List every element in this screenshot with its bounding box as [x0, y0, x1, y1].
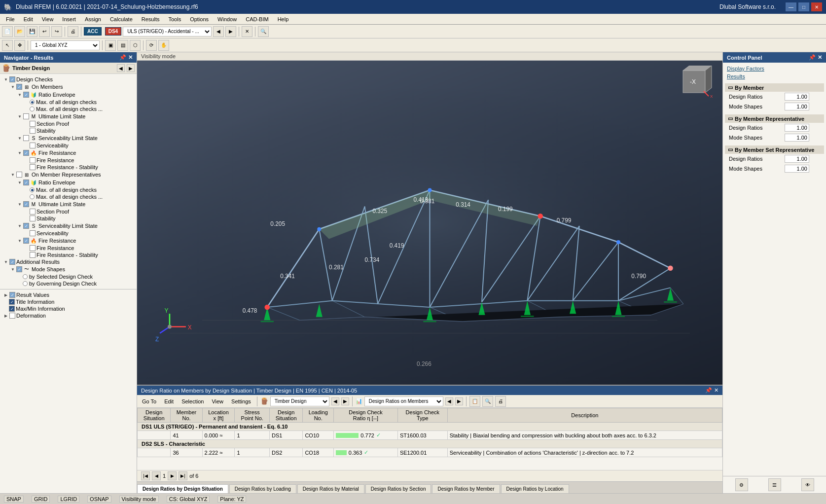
nav-item-9[interactable]: Serviceability: [0, 142, 137, 149]
edit-menu[interactable]: Edit: [161, 397, 177, 405]
next-page-button[interactable]: ▶: [168, 471, 177, 480]
menu-item-options[interactable]: Options: [186, 14, 213, 24]
status-item-snap[interactable]: SNAP: [4, 496, 24, 503]
select-button[interactable]: ↖: [2, 40, 13, 51]
cube-navigator[interactable]: -X X: [678, 66, 718, 105]
checkbox2-0[interactable]: ✓: [9, 292, 15, 298]
nav-item-0[interactable]: ▼✓Design Checks: [0, 76, 137, 83]
expand-icon-22[interactable]: ▼: [17, 238, 23, 244]
bottom-tab-2[interactable]: Design Ratios by Material: [297, 484, 364, 493]
checkbox2-3[interactable]: [9, 313, 15, 319]
nav-prev-button[interactable]: ◀: [117, 64, 125, 72]
checkbox-2[interactable]: ✓: [23, 92, 29, 98]
checkbox-6[interactable]: [30, 121, 36, 127]
nav-item-20[interactable]: ▼✓SServiceability Limit State: [0, 222, 137, 230]
checkbox-1[interactable]: ✓: [16, 84, 22, 90]
results-combo[interactable]: Design Ratios on Members: [364, 396, 443, 406]
checkbox-10[interactable]: ✓: [23, 150, 29, 156]
bottom-tab-5[interactable]: Design Ratios by Location: [501, 484, 569, 493]
results-link[interactable]: Results: [725, 72, 824, 80]
expand-icon-10[interactable]: ▼: [17, 150, 23, 156]
radio-15[interactable]: [30, 187, 35, 192]
checkbox2-2[interactable]: ✓: [9, 306, 15, 312]
bottom-close-icon[interactable]: ✕: [714, 387, 718, 394]
rotate-button[interactable]: ⟳: [146, 40, 157, 51]
prev-page-button[interactable]: ◀: [152, 471, 161, 480]
filter-button[interactable]: 🔍: [482, 396, 493, 407]
module-prev[interactable]: ◀: [331, 397, 339, 405]
nav-item-3[interactable]: Max. of all design checks: [0, 99, 137, 106]
nav-item-13[interactable]: ▼⊞On Member Representatives: [0, 171, 137, 179]
table-row-0[interactable]: 410.000 ≈1DS1CO10 0.772 ✓ ST1600.03Stabi…: [138, 431, 722, 440]
menu-item-edit[interactable]: Edit: [20, 14, 37, 24]
nav-item-7[interactable]: Stability: [0, 127, 137, 134]
display-factors-link[interactable]: Display Factors: [725, 65, 824, 72]
pan-button[interactable]: ✋: [158, 40, 169, 51]
module-combo[interactable]: Timber Design: [270, 396, 329, 406]
menu-item-results[interactable]: Results: [138, 14, 164, 24]
radio-4[interactable]: [30, 107, 35, 111]
checkbox-12[interactable]: [30, 164, 36, 170]
table-row-1[interactable]: 362.222 ≈1DS2CO18 0.363 ✓ SE1200.01Servi…: [138, 448, 722, 457]
cp-view-button[interactable]: 👁: [801, 478, 814, 491]
nav-item-21[interactable]: Serviceability: [0, 230, 137, 237]
checkbox-18[interactable]: [30, 209, 36, 215]
cp-close-icon[interactable]: ✕: [818, 54, 822, 61]
menu-item-cad-bim[interactable]: CAD-BIM: [242, 14, 272, 24]
next-case-button[interactable]: ▶: [225, 26, 236, 37]
cp-section-header-1[interactable]: ▭By Member Representative: [725, 114, 824, 123]
expand-icon-8[interactable]: ▼: [17, 135, 23, 141]
checkbox-7[interactable]: [30, 128, 36, 134]
checkbox-5[interactable]: [23, 113, 29, 119]
nav-item-27[interactable]: by Selected Design Check: [0, 273, 137, 280]
expand-icon-13[interactable]: ▼: [10, 172, 16, 178]
status-item-plane:-yz[interactable]: Plane: YZ: [217, 496, 246, 503]
status-item-cs:-global-xyz[interactable]: CS: Global XYZ: [167, 496, 210, 503]
checkbox-8[interactable]: [23, 135, 29, 141]
last-page-button[interactable]: ▶|: [179, 471, 187, 480]
cp-section-header-2[interactable]: ▭By Member Set Representative: [725, 145, 824, 154]
nav-item-28[interactable]: by Governing Design Check: [0, 280, 137, 287]
nav-item-22[interactable]: ▼✓🔥Fire Resistance: [0, 237, 137, 245]
nav-item-2[interactable]: ▼✓🔰Ratio Envelope: [0, 91, 137, 99]
checkbox-25[interactable]: ✓: [9, 259, 15, 265]
nav-item2-0[interactable]: ▶✓Result Values: [0, 291, 137, 298]
nav-item-4[interactable]: Max. of all design checks ...: [0, 106, 137, 112]
module-next[interactable]: ▶: [341, 397, 349, 405]
menu-item-view[interactable]: View: [38, 14, 58, 24]
cp-section-header-0[interactable]: ▭By Member: [725, 83, 824, 92]
expand-icon-17[interactable]: ▼: [17, 201, 23, 207]
bottom-table[interactable]: DesignSituation MemberNo. Locationx [ft]…: [137, 408, 722, 470]
checkbox-20[interactable]: ✓: [23, 223, 29, 229]
zoom-button[interactable]: 🔍: [258, 26, 269, 37]
nav-item-26[interactable]: ▼✓〜Mode Shapes: [0, 265, 137, 273]
radio-3[interactable]: [30, 100, 35, 105]
checkbox-26[interactable]: ✓: [16, 266, 22, 272]
cp-settings-button[interactable]: ⚙: [735, 478, 748, 491]
nav-item-16[interactable]: Max. of all design checks ...: [0, 193, 137, 200]
nav-item-11[interactable]: Fire Resistance: [0, 157, 137, 164]
menu-item-help[interactable]: Help: [274, 14, 293, 24]
radio-16[interactable]: [30, 194, 35, 199]
load-case-combo[interactable]: ULS (STR/GEO) - Accidental - ...: [123, 27, 212, 36]
move-button[interactable]: ✥: [14, 40, 25, 51]
checkbox-11[interactable]: [30, 157, 36, 163]
open-button[interactable]: 📂: [14, 26, 25, 37]
nav-item-5[interactable]: ▼MUltimate Limit State: [0, 112, 137, 120]
nav-item-23[interactable]: Fire Resistance: [0, 245, 137, 252]
minimize-button[interactable]: —: [786, 2, 796, 11]
status-item-visibility-mode[interactable]: Visibility mode: [119, 496, 159, 503]
checkbox-14[interactable]: ✓: [23, 180, 29, 185]
radio-28[interactable]: [23, 281, 28, 286]
checkbox-24[interactable]: [30, 252, 36, 258]
save-button[interactable]: 💾: [27, 26, 37, 37]
cp-value-2-1[interactable]: [785, 165, 809, 173]
nav-item-12[interactable]: Fire Resistance - Stability: [0, 164, 137, 171]
selection-menu[interactable]: Selection: [179, 397, 207, 405]
menu-item-calculate[interactable]: Calculate: [106, 14, 137, 24]
nav-item-19[interactable]: Stability: [0, 215, 137, 222]
status-item-lgrid[interactable]: LGRID: [58, 496, 79, 503]
results-next[interactable]: ▶: [455, 397, 463, 405]
menu-item-insert[interactable]: Insert: [58, 14, 80, 24]
nav-item-6[interactable]: Section Proof: [0, 120, 137, 127]
